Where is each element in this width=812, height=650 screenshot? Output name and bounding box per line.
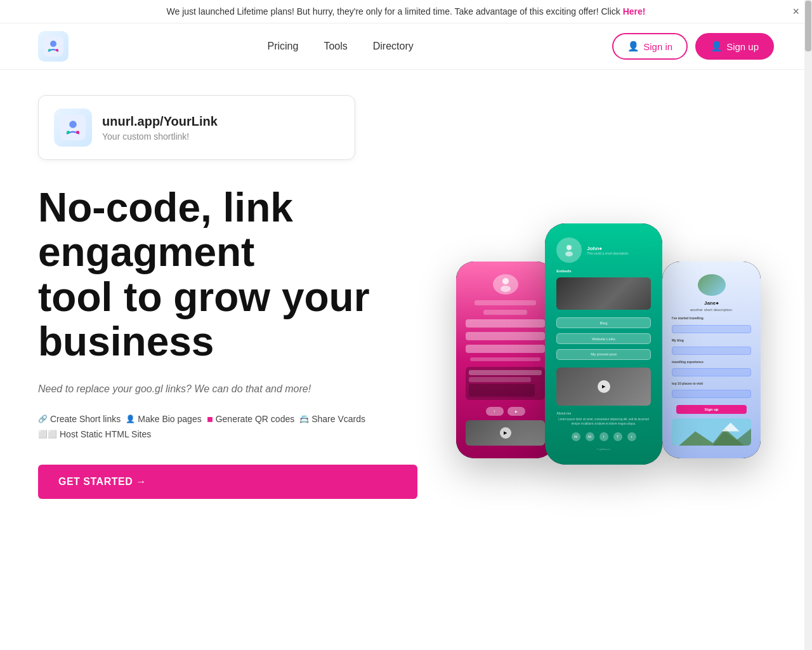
url-display: unurl.app/YourLink — [102, 114, 218, 129]
instagram-icon: I — [599, 432, 608, 441]
phone-center-topbar: John● This could a short description. — [556, 237, 651, 263]
url-card-logo — [54, 109, 92, 147]
phone-center-embeds-label: Embeds — [551, 269, 572, 273]
logo[interactable] — [38, 31, 69, 62]
feature-shortlinks-label: Create Short links — [50, 414, 121, 424]
vcards-icon: 📇 — [299, 415, 309, 423]
logo-icon — [38, 31, 69, 62]
navbar: Pricing Tools Directory 👤 Sign in 👤 Sign… — [0, 23, 812, 70]
feature-shortlinks: 🔗 Create Short links — [38, 414, 121, 424]
cta-button[interactable]: GET STARTED → — [38, 465, 417, 499]
phone-center-footer: © galliass.io — [597, 448, 611, 451]
phone-right-signup-btn: Sign up — [676, 405, 747, 414]
feature-qrcodes: ◼ Generate QR codes — [207, 414, 295, 424]
phone-left-link1 — [466, 319, 545, 328]
nav-link-tools[interactable]: Tools — [324, 41, 347, 52]
scrollbar-thumb[interactable] — [805, 1, 811, 51]
hero-heading: No-code, link engagment tool to grow you… — [38, 185, 406, 364]
phone-center-desc: This could a short description. — [587, 251, 651, 255]
phone-right-travel-exp-label: travelling experience — [667, 360, 704, 364]
feature-biopages-label: Make Bio pages — [138, 414, 201, 424]
tiktok-icon: t — [627, 432, 636, 441]
heading-line3: tool to grow your — [38, 274, 370, 320]
feature-qrcodes-label: Generate QR codes — [216, 414, 295, 424]
announcement-bar: We just launched Lifetime plans! But hur… — [0, 0, 812, 23]
phone-center-about-label: About me — [551, 411, 571, 415]
signup-icon: 👤 — [710, 41, 723, 52]
heading-line4: business — [38, 319, 214, 364]
phone-center-avatar — [556, 237, 582, 263]
main-content: unurl.app/YourLink Your custom shortlink… — [0, 70, 812, 644]
phone-right-link3 — [672, 368, 751, 376]
phone-right-name: Jane● — [704, 300, 719, 306]
phone-center-about-text: Lorem ipsum dolor sit amet, consectetur … — [551, 418, 656, 426]
announcement-close-button[interactable]: × — [792, 5, 799, 18]
phone-right-desc: another short description. — [690, 308, 733, 312]
phone-center-embed-block — [556, 277, 651, 310]
messenger-icon: M — [586, 432, 594, 441]
phone-right-top10-label: top 10 places to visit — [667, 381, 703, 385]
heading-line2: engagment — [38, 229, 254, 275]
phone-left-name — [475, 300, 536, 305]
url-subtitle: Your custom shortlink! — [102, 131, 218, 142]
url-card-text: unurl.app/YourLink Your custom shortlink… — [102, 114, 218, 142]
phone-right-link2 — [672, 347, 751, 355]
svg-point-5 — [69, 121, 77, 128]
phone-right-mountain-image — [672, 418, 751, 446]
phone-left-desc — [483, 310, 528, 315]
svg-point-6 — [67, 131, 70, 134]
phone-left-avatar — [493, 274, 518, 295]
phone-center-photo: ▶ — [556, 368, 651, 406]
svg-point-7 — [76, 131, 79, 134]
url-card: unurl.app/YourLink Your custom shortlink… — [38, 95, 355, 160]
left-section: unurl.app/YourLink Your custom shortlink… — [38, 95, 443, 618]
phone-right-screen: Jane● another short description. I've st… — [662, 262, 761, 458]
twitter-icon: T — [613, 432, 622, 441]
phone-center-social-icons: W M I T t — [572, 432, 636, 441]
phone-center-btn1: Blog — [556, 317, 651, 328]
svg-point-11 — [565, 251, 573, 256]
biopages-icon: 👤 — [126, 415, 135, 423]
phone-left-link3 — [466, 345, 545, 353]
right-section: f ▶ ▶ — [443, 95, 774, 618]
feature-biopages: 👤 Make Bio pages — [126, 414, 201, 424]
phone-mockup-center: John● This could a short description. Em… — [545, 223, 662, 465]
signin-icon: 👤 — [627, 41, 639, 52]
signin-label: Sign in — [643, 41, 672, 52]
phone-right-travelling-label: I've started travelling — [667, 316, 704, 320]
html-icon: ⬜⬜ — [38, 430, 57, 439]
nav-link-directory[interactable]: Directory — [373, 41, 414, 52]
svg-point-9 — [501, 286, 511, 292]
phone-center-btn3: My pinned post — [556, 349, 651, 360]
phone-right-blog-label: My blog — [667, 338, 684, 342]
nav-link-pricing[interactable]: Pricing — [267, 41, 298, 52]
feature-html: ⬜⬜ Host Static HTML Sites — [38, 429, 151, 439]
phone-right-avatar — [698, 274, 726, 296]
svg-point-1 — [50, 41, 56, 47]
phone-left-subtext — [470, 357, 540, 361]
phone-left-embed — [466, 367, 545, 400]
signup-label: Sign up — [726, 41, 759, 52]
phone-center-profile-info: John● This could a short description. — [582, 246, 651, 255]
announcement-text: We just launched Lifetime plans! But hur… — [167, 6, 620, 17]
phones-container: f ▶ ▶ — [456, 198, 761, 515]
feature-vcards-label: Share Vcards — [311, 414, 365, 424]
signin-button[interactable]: 👤 Sign in — [612, 33, 688, 60]
svg-point-2 — [48, 49, 51, 51]
phone-mockup-left: f ▶ ▶ — [456, 262, 554, 458]
phone-right-link1 — [672, 325, 751, 333]
hero-subtitle: Need to replace your goo.gl links? We ca… — [38, 383, 417, 395]
svg-point-10 — [566, 245, 572, 250]
svg-point-3 — [56, 49, 58, 51]
feature-tags: 🔗 Create Short links 👤 Make Bio pages ◼ … — [38, 414, 417, 439]
phone-left-video: ▶ — [466, 420, 545, 446]
phone-mockup-right: Jane● another short description. I've st… — [662, 262, 761, 458]
announcement-link[interactable]: Here! — [623, 6, 646, 17]
phone-center-btn2: Website Links — [556, 333, 651, 344]
signup-button[interactable]: 👤 Sign up — [695, 33, 774, 60]
phone-center-name: John● — [587, 246, 651, 251]
feature-vcards: 📇 Share Vcards — [299, 414, 365, 424]
nav-links: Pricing Tools Directory — [267, 41, 413, 52]
scrollbar[interactable] — [804, 0, 812, 644]
phone-right-link4 — [672, 390, 751, 398]
